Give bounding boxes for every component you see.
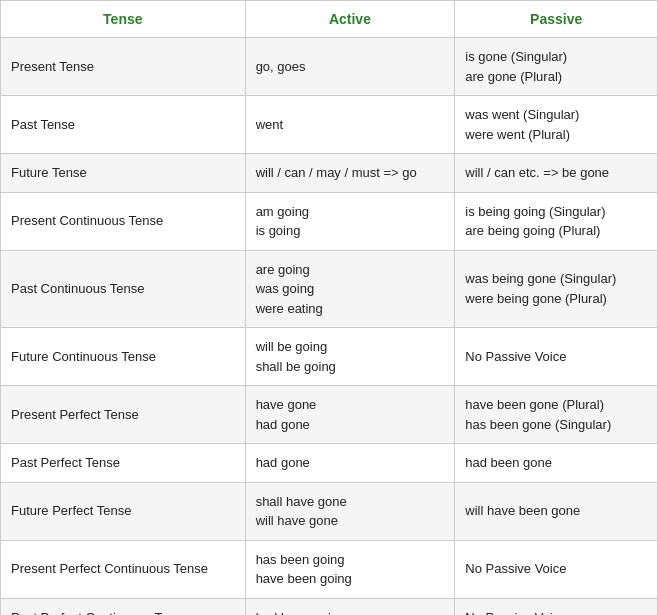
tense-cell: Past Perfect Continuous Tense xyxy=(1,598,246,615)
passive-cell: No Passive Voice xyxy=(455,598,658,615)
passive-cell: was being gone (Singular) were being gon… xyxy=(455,250,658,328)
table-row: Past Continuous Tenseare going was going… xyxy=(1,250,658,328)
active-cell: had gone xyxy=(245,444,455,483)
table-row: Future Continuous Tensewill be going sha… xyxy=(1,328,658,386)
passive-cell: will have been gone xyxy=(455,482,658,540)
tense-cell: Future Perfect Tense xyxy=(1,482,246,540)
passive-cell: will / can etc. => be gone xyxy=(455,154,658,193)
active-cell: has been going have been going xyxy=(245,540,455,598)
passive-cell: had been gone xyxy=(455,444,658,483)
table-row: Future Tensewill / can / may / must => g… xyxy=(1,154,658,193)
header-active: Active xyxy=(245,1,455,38)
table-row: Past Tensewentwas went (Singular) were w… xyxy=(1,96,658,154)
tense-cell: Past Tense xyxy=(1,96,246,154)
active-cell: had been going xyxy=(245,598,455,615)
tense-cell: Present Perfect Tense xyxy=(1,386,246,444)
active-cell: are going was going were eating xyxy=(245,250,455,328)
active-cell: go, goes xyxy=(245,38,455,96)
table-row: Present Tensego, goesis gone (Singular) … xyxy=(1,38,658,96)
table-row: Future Perfect Tenseshall have gone will… xyxy=(1,482,658,540)
passive-cell: is being going (Singular) are being goin… xyxy=(455,192,658,250)
active-cell: have gone had gone xyxy=(245,386,455,444)
tense-cell: Future Continuous Tense xyxy=(1,328,246,386)
passive-cell: is gone (Singular) are gone (Plural) xyxy=(455,38,658,96)
table-row: Present Continuous Tenseam going is goin… xyxy=(1,192,658,250)
passive-cell: No Passive Voice xyxy=(455,540,658,598)
tense-cell: Future Tense xyxy=(1,154,246,193)
header-passive: Passive xyxy=(455,1,658,38)
tense-cell: Present Continuous Tense xyxy=(1,192,246,250)
table-row: Past Perfect Continuous Tensehad been go… xyxy=(1,598,658,615)
active-cell: shall have gone will have gone xyxy=(245,482,455,540)
passive-cell: No Passive Voice xyxy=(455,328,658,386)
table-row: Present Perfect Tensehave gone had goneh… xyxy=(1,386,658,444)
passive-cell: have been gone (Plural) has been gone (S… xyxy=(455,386,658,444)
active-cell: will be going shall be going xyxy=(245,328,455,386)
header-tense: Tense xyxy=(1,1,246,38)
active-cell: am going is going xyxy=(245,192,455,250)
tense-cell: Present Perfect Continuous Tense xyxy=(1,540,246,598)
passive-cell: was went (Singular) were went (Plural) xyxy=(455,96,658,154)
tense-cell: Past Perfect Tense xyxy=(1,444,246,483)
tense-table: Tense Active Passive Present Tensego, go… xyxy=(0,0,658,615)
tense-cell: Present Tense xyxy=(1,38,246,96)
tense-cell: Past Continuous Tense xyxy=(1,250,246,328)
table-row: Past Perfect Tensehad gonehad been gone xyxy=(1,444,658,483)
table-row: Present Perfect Continuous Tensehas been… xyxy=(1,540,658,598)
active-cell: went xyxy=(245,96,455,154)
active-cell: will / can / may / must => go xyxy=(245,154,455,193)
